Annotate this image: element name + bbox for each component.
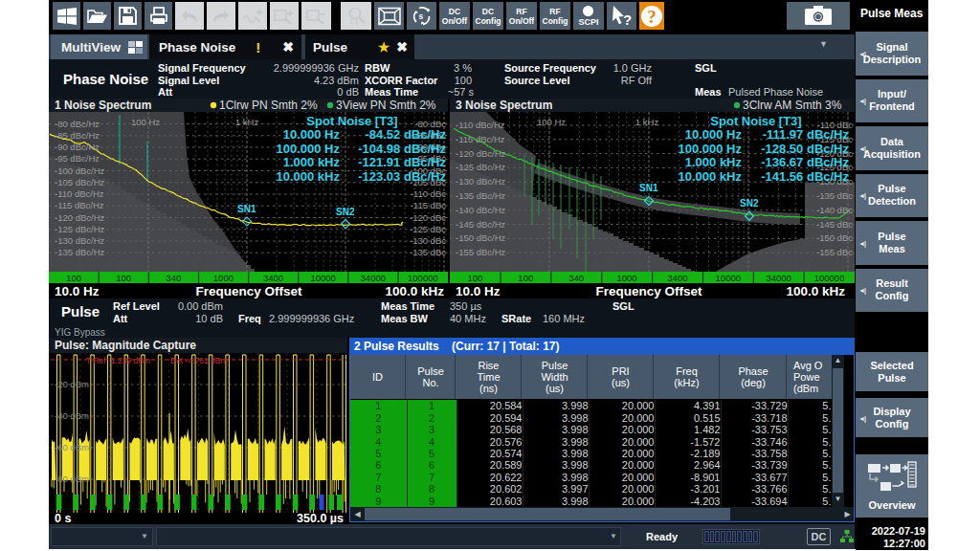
svg-text:-130 dBc/Hz: -130 dBc/Hz — [55, 235, 105, 246]
svg-text:Pulse: Magnitude Capture: Pulse: Magnitude Capture — [55, 339, 196, 352]
svg-text:10000: 10000 — [716, 273, 741, 283]
svg-text:0.00 dBm: 0.00 dBm — [178, 300, 223, 312]
svg-text:-130 dBc/Hz: -130 dBc/Hz — [456, 176, 506, 187]
svg-text:1000: 1000 — [213, 273, 234, 283]
svg-text:-136.67 dBc/Hz: -136.67 dBc/Hz — [761, 155, 849, 169]
svg-text:-115 dBc: -115 dBc — [411, 200, 447, 210]
svg-text:-155 dBc: -155 dBc — [816, 247, 853, 257]
svg-text:Frequency Offset: Frequency Offset — [595, 284, 702, 298]
svg-text:-95 dBc/Hz: -95 dBc/Hz — [55, 153, 100, 164]
svg-text:3400: 3400 — [263, 273, 283, 283]
svg-text:Pulse: Pulse — [61, 303, 100, 320]
svg-text:-135 dBc: -135 dBc — [410, 247, 446, 257]
svg-text:Det -4.761 dBm: Det -4.761 dBm — [170, 356, 228, 365]
svg-text:T Ref -1.239 dBm: T Ref -1.239 dBm — [86, 356, 150, 365]
svg-text:SRate: SRate — [501, 313, 531, 324]
svg-text:-110 dBc/Hz: -110 dBc/Hz — [55, 188, 104, 199]
svg-text:-100 dBc/Hz: -100 dBc/Hz — [55, 165, 105, 176]
svg-text:-60 dBm: -60 dBm — [55, 442, 89, 452]
svg-text:-40 dBm: -40 dBm — [55, 410, 89, 421]
svg-text:SN1: SN1 — [639, 183, 658, 193]
svg-text:-110 dBc: -110 dBc — [411, 188, 447, 199]
svg-text:-104.98 dBc/Hz: -104.98 dBc/Hz — [358, 142, 446, 156]
svg-text:-125 dBc/Hz: -125 dBc/Hz — [456, 162, 506, 172]
svg-text:-130 dBc: -130 dBc — [410, 235, 446, 246]
svg-text:-135 dBc/Hz: -135 dBc/Hz — [456, 190, 506, 201]
svg-text:Spot Noise [T3]: Spot Noise [T3] — [306, 114, 397, 128]
svg-text:-141.56 dBc/Hz: -141.56 dBc/Hz — [761, 169, 849, 184]
svg-text:10.000 Hz: 10.000 Hz — [283, 127, 341, 142]
svg-text:-115 dBc/Hz: -115 dBc/Hz — [456, 134, 505, 144]
svg-text:100000: 100000 — [408, 273, 438, 283]
svg-text:SN2: SN2 — [740, 198, 759, 209]
svg-text:-90 dBc/Hz: -90 dBc/Hz — [55, 142, 100, 152]
svg-text:-123.03 dBc/Hz: -123.03 dBc/Hz — [358, 169, 446, 184]
svg-text:Freq: Freq — [238, 313, 261, 324]
svg-text:100 Hz: 100 Hz — [131, 117, 160, 127]
svg-text:-111.97 dBc/Hz: -111.97 dBc/Hz — [763, 127, 850, 142]
svg-text:34000: 34000 — [766, 273, 791, 283]
svg-text:-140 dBc/Hz: -140 dBc/Hz — [456, 205, 506, 215]
svg-text:100.0 kHz: 100.0 kHz — [385, 284, 444, 298]
svg-text:3 Noise Spectrum: 3 Noise Spectrum — [456, 99, 552, 112]
svg-text:-125 dBc: -125 dBc — [410, 224, 446, 234]
svg-text:-84.52 dBc/Hz: -84.52 dBc/Hz — [365, 127, 446, 142]
svg-text:-105 dBc/Hz: -105 dBc/Hz — [55, 177, 105, 187]
svg-text:-150 dBc: -150 dBc — [816, 232, 853, 243]
svg-text:100.0 kHz: 100.0 kHz — [786, 284, 845, 298]
svg-text:-150 dBc/Hz: -150 dBc/Hz — [456, 232, 506, 243]
svg-text:-120 dBc/Hz: -120 dBc/Hz — [55, 212, 105, 223]
svg-text:-145 dBc: -145 dBc — [816, 219, 853, 230]
svg-text:100: 100 — [518, 273, 533, 283]
svg-text:-135 dBc: -135 dBc — [816, 190, 853, 201]
svg-text:-80 dBm: -80 dBm — [55, 474, 89, 484]
svg-text:-128.50 dBc/Hz: -128.50 dBc/Hz — [761, 142, 849, 156]
svg-text:-145 dBc/Hz: -145 dBc/Hz — [456, 219, 506, 230]
svg-text:-135 dBc/Hz: -135 dBc/Hz — [55, 247, 105, 257]
svg-text:34000: 34000 — [361, 273, 386, 283]
svg-text:40 MHz: 40 MHz — [450, 313, 486, 324]
svg-text:Spot Noise [T3]: Spot Noise [T3] — [710, 114, 801, 128]
svg-text:-80 dBc/Hz: -80 dBc/Hz — [55, 119, 100, 129]
svg-text:10.000 kHz: 10.000 kHz — [277, 169, 341, 184]
svg-text:100 Hz: 100 Hz — [537, 117, 566, 127]
svg-text:340: 340 — [568, 273, 584, 283]
svg-text:350.0 µs: 350.0 µs — [297, 512, 344, 525]
svg-text:Meas Time: Meas Time — [381, 300, 434, 312]
svg-text:3View PN Smth 2%: 3View PN Smth 2% — [336, 99, 436, 112]
svg-text:Meas BW: Meas BW — [381, 313, 429, 324]
svg-text:-120 dBc/Hz: -120 dBc/Hz — [456, 148, 506, 159]
svg-text:SN2: SN2 — [336, 207, 355, 217]
svg-text:10.000 Hz: 10.000 Hz — [685, 127, 743, 142]
svg-text:1 kHz: 1 kHz — [235, 117, 259, 127]
svg-text:10.000 kHz: 10.000 kHz — [679, 169, 743, 184]
svg-text:0 s: 0 s — [55, 512, 71, 525]
svg-text:1000: 1000 — [617, 273, 637, 283]
svg-text:100: 100 — [467, 273, 482, 283]
svg-text:SGL: SGL — [612, 300, 635, 312]
svg-text:10 dB: 10 dB — [195, 313, 223, 324]
svg-text:-155 dBc/Hz: -155 dBc/Hz — [456, 247, 506, 257]
svg-text:340: 340 — [166, 273, 181, 283]
svg-text:-115 dBc/Hz: -115 dBc/Hz — [55, 200, 104, 210]
svg-text:Frequency Offset: Frequency Offset — [195, 284, 302, 298]
svg-text:(Curr: 17 | Total: 17): (Curr: 17 | Total: 17) — [452, 340, 559, 353]
svg-text:-140 dBc: -140 dBc — [816, 205, 853, 215]
svg-text:350 µs: 350 µs — [450, 300, 482, 312]
svg-text:100000: 100000 — [814, 273, 845, 283]
svg-text:SN1: SN1 — [237, 204, 256, 214]
svg-text:10.0 Hz: 10.0 Hz — [55, 284, 100, 298]
svg-text:100.000 Hz: 100.000 Hz — [277, 142, 341, 156]
svg-text:-85 dBc/Hz: -85 dBc/Hz — [55, 130, 100, 141]
svg-text:-20 dBm: -20 dBm — [55, 379, 89, 389]
svg-text:3400: 3400 — [667, 273, 687, 283]
svg-text:-121.91 dBc/Hz: -121.91 dBc/Hz — [358, 155, 446, 169]
svg-text:100.000 Hz: 100.000 Hz — [679, 142, 743, 156]
svg-text:1.000 kHz: 1.000 kHz — [283, 155, 341, 169]
svg-text:Ref Level: Ref Level — [113, 300, 160, 312]
svg-text:10.0 Hz: 10.0 Hz — [456, 284, 501, 298]
svg-text:2.999999936 GHz: 2.999999936 GHz — [269, 313, 354, 324]
svg-text:1 kHz: 1 kHz — [635, 117, 659, 127]
svg-text:YIG Bypass: YIG Bypass — [55, 327, 105, 338]
svg-text:-110 dBc/Hz: -110 dBc/Hz — [456, 120, 505, 130]
